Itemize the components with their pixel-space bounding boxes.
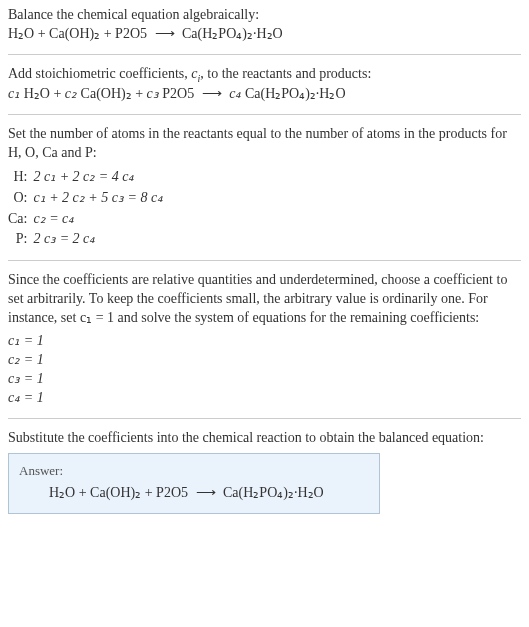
row-label: O: bbox=[8, 188, 33, 209]
c4: c₄ bbox=[229, 86, 241, 101]
t2: Ca(OH)₂ bbox=[81, 86, 132, 101]
c1: c₁ bbox=[8, 86, 20, 101]
intro-title: Balance the chemical equation algebraica… bbox=[8, 6, 521, 25]
answer-equation: H₂O + Ca(OH)₂ + P2O5 ⟶ Ca(H₂PO₄)₂·H₂O bbox=[19, 484, 369, 503]
solved-values: c₁ = 1 c₂ = 1 c₃ = 1 c₄ = 1 bbox=[8, 332, 521, 408]
step2-title: Set the number of atoms in the reactants… bbox=[8, 125, 521, 163]
intro-lhs: H₂O + Ca(OH)₂ + P2O5 bbox=[8, 26, 147, 41]
row-label: Ca: bbox=[8, 209, 33, 230]
step1-title-suffix: , to the reactants and products: bbox=[200, 66, 371, 81]
step1-title: Add stoichiometric coefficients, ci, to … bbox=[8, 65, 521, 85]
t4: Ca(H₂PO₄)₂·H₂O bbox=[245, 86, 346, 101]
intro-rhs: Ca(H₂PO₄)₂·H₂O bbox=[182, 26, 283, 41]
row-label: P: bbox=[8, 229, 33, 250]
intro-reaction: H₂O + Ca(OH)₂ + P2O5 ⟶ Ca(H₂PO₄)₂·H₂O bbox=[8, 25, 521, 44]
solved-c2: c₂ = 1 bbox=[8, 351, 521, 370]
divider bbox=[8, 260, 521, 261]
divider bbox=[8, 54, 521, 55]
row-label: H: bbox=[8, 167, 33, 188]
c2: c₂ bbox=[65, 86, 77, 101]
step4-title: Substitute the coefficients into the che… bbox=[8, 429, 521, 448]
row-eq: c₂ = c₄ bbox=[33, 209, 169, 230]
step3-title: Since the coefficients are relative quan… bbox=[8, 271, 521, 328]
t1: H₂O bbox=[24, 86, 50, 101]
c3: c₃ bbox=[147, 86, 159, 101]
solved-c4: c₄ = 1 bbox=[8, 389, 521, 408]
arrow-icon: ⟶ bbox=[198, 85, 226, 104]
divider bbox=[8, 418, 521, 419]
row-eq: 2 c₁ + 2 c₂ = 4 c₄ bbox=[33, 167, 169, 188]
atom-equations: H: 2 c₁ + 2 c₂ = 4 c₄ O: c₁ + 2 c₂ + 5 c… bbox=[8, 167, 169, 251]
answer-box: Answer: H₂O + Ca(OH)₂ + P2O5 ⟶ Ca(H₂PO₄)… bbox=[8, 453, 380, 513]
row-eq: c₁ + 2 c₂ + 5 c₃ = 8 c₄ bbox=[33, 188, 169, 209]
table-row: H: 2 c₁ + 2 c₂ = 4 c₄ bbox=[8, 167, 169, 188]
table-row: O: c₁ + 2 c₂ + 5 c₃ = 8 c₄ bbox=[8, 188, 169, 209]
arrow-icon: ⟶ bbox=[192, 484, 220, 503]
divider bbox=[8, 114, 521, 115]
answer-label: Answer: bbox=[19, 462, 369, 480]
row-eq: 2 c₃ = 2 c₄ bbox=[33, 229, 169, 250]
solved-c1: c₁ = 1 bbox=[8, 332, 521, 351]
arrow-icon: ⟶ bbox=[151, 25, 179, 44]
table-row: Ca: c₂ = c₄ bbox=[8, 209, 169, 230]
t3: P2O5 bbox=[162, 86, 194, 101]
answer-lhs: H₂O + Ca(OH)₂ + P2O5 bbox=[49, 485, 188, 500]
step1-title-prefix: Add stoichiometric coefficients, bbox=[8, 66, 191, 81]
solved-c3: c₃ = 1 bbox=[8, 370, 521, 389]
answer-rhs: Ca(H₂PO₄)₂·H₂O bbox=[223, 485, 324, 500]
step1-equation: c₁ H₂O + c₂ Ca(OH)₂ + c₃ P2O5 ⟶ c₄ Ca(H₂… bbox=[8, 85, 521, 104]
table-row: P: 2 c₃ = 2 c₄ bbox=[8, 229, 169, 250]
